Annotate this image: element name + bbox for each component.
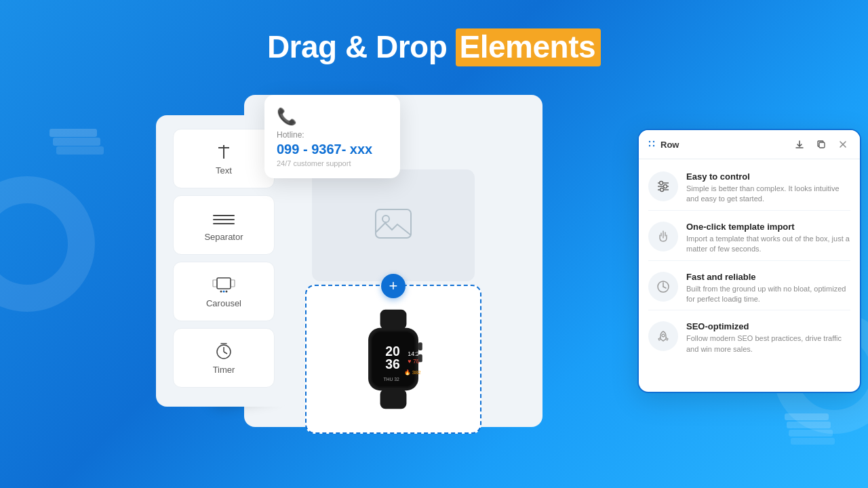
- hotline-number: 099 - 9367- xxx: [277, 142, 388, 157]
- sidebar-item-timer[interactable]: Timer: [173, 328, 275, 388]
- copy-icon: [816, 140, 826, 149]
- timer-icon: [214, 342, 233, 361]
- sidebar-item-carousel[interactable]: Carousel: [173, 262, 275, 321]
- svg-rect-35: [418, 342, 422, 350]
- feature-desc-fast-reliable: Built from the ground up with no bloat, …: [686, 284, 850, 305]
- svg-point-40: [653, 140, 654, 142]
- download-icon: [795, 140, 804, 149]
- main-container: 📞 Hotline: 099 - 9367- xxx 24/7 customer…: [156, 95, 712, 454]
- feature-desc-easy-control: Simple is better than complex. It looks …: [686, 184, 850, 205]
- row-label: Row: [660, 140, 679, 150]
- drag-handle-icon: [647, 139, 656, 148]
- sidebar-label-carousel: Carousel: [206, 298, 241, 308]
- feature-title-one-click: One-click template import: [686, 222, 850, 232]
- feature-item-seo: SEO-optimized Follow modern SEO best pra…: [648, 316, 850, 360]
- svg-rect-36: [418, 354, 422, 363]
- separator-icon: [212, 209, 236, 228]
- feature-item-fast-reliable: Fast and reliable Built from the ground …: [648, 266, 850, 311]
- svg-point-39: [649, 140, 650, 142]
- svg-rect-22: [376, 209, 411, 238]
- sliders-icon-wrap: [648, 171, 678, 201]
- feature-desc-seo: Follow modern SEO best practices, drive …: [686, 333, 850, 354]
- feature-list: Easy to control Simple is better than co…: [639, 159, 860, 367]
- image-placeholder: [312, 169, 475, 281]
- svg-rect-33: [380, 310, 407, 329]
- svg-rect-14: [231, 280, 235, 287]
- svg-text:THU 32: THU 32: [383, 377, 399, 382]
- page-title: Drag & Drop Elements: [0, 28, 868, 66]
- svg-text:🔥 382: 🔥 382: [404, 369, 421, 375]
- sliders-icon: [656, 179, 671, 194]
- feature-text-fast-reliable: Fast and reliable Built from the ground …: [686, 272, 850, 305]
- svg-rect-2: [56, 146, 104, 155]
- product-drop-zone[interactable]: + 20 36 14:25 ♥ 78 🔥 382 THU 32: [305, 285, 481, 434]
- rocket-icon-wrap: [648, 321, 678, 351]
- image-placeholder-icon: [373, 207, 414, 244]
- hotline-label: Hotline:: [277, 130, 388, 140]
- svg-rect-12: [217, 278, 231, 289]
- page-header: Drag & Drop Elements: [0, 0, 868, 66]
- svg-rect-44: [819, 142, 825, 148]
- clock-icon: [656, 279, 671, 294]
- hand-icon-wrap: [648, 222, 678, 251]
- feature-title-fast-reliable: Fast and reliable: [686, 272, 850, 282]
- svg-point-15: [220, 290, 222, 292]
- title-highlight: Elements: [456, 28, 601, 66]
- sidebar-item-separator[interactable]: Separator: [173, 195, 275, 255]
- phone-icon: 📞: [277, 107, 388, 126]
- rocket-icon: [656, 329, 671, 344]
- wave-decoration-left: [0, 176, 95, 312]
- svg-rect-4: [787, 422, 831, 428]
- svg-point-17: [226, 290, 228, 292]
- feature-item-easy-control: Easy to control Simple is better than co…: [648, 166, 850, 211]
- feature-text-easy-control: Easy to control Simple is better than co…: [686, 171, 850, 205]
- close-icon: [839, 140, 847, 148]
- svg-rect-3: [785, 413, 829, 420]
- hotline-support: 24/7 customer support: [277, 159, 388, 167]
- add-product-button[interactable]: +: [381, 274, 406, 298]
- svg-point-23: [382, 216, 389, 222]
- svg-point-46: [660, 182, 663, 185]
- svg-text:♥ 78: ♥ 78: [408, 358, 419, 365]
- feature-text-seo: SEO-optimized Follow modern SEO best pra…: [686, 321, 850, 354]
- close-button[interactable]: [834, 136, 852, 153]
- svg-point-54: [662, 334, 665, 337]
- feature-title-easy-control: Easy to control: [686, 171, 850, 182]
- sidebar-label-text: Text: [216, 165, 232, 176]
- svg-point-41: [649, 144, 650, 146]
- svg-line-53: [663, 287, 666, 288]
- svg-point-16: [223, 290, 225, 292]
- svg-rect-34: [380, 389, 407, 409]
- hand-icon: [656, 229, 671, 244]
- feature-item-one-click: One-click template import Import a templ…: [648, 216, 850, 261]
- text-icon: [214, 142, 233, 161]
- features-panel: Row: [637, 129, 861, 393]
- svg-rect-9: [213, 215, 235, 216]
- carousel-icon: [212, 275, 236, 294]
- svg-rect-1: [53, 138, 100, 146]
- feature-title-seo: SEO-optimized: [686, 321, 850, 331]
- drag-icon[interactable]: [647, 139, 656, 150]
- clock-icon-wrap: [648, 272, 678, 302]
- sidebar-label-separator: Separator: [204, 232, 243, 242]
- svg-rect-11: [213, 223, 235, 224]
- feature-text-one-click: One-click template import Import a templ…: [686, 222, 850, 255]
- download-button[interactable]: [791, 136, 808, 153]
- feature-desc-one-click: Import a template that works out of the …: [686, 234, 850, 255]
- sidebar-label-timer: Timer: [213, 365, 235, 375]
- svg-rect-13: [213, 280, 217, 287]
- svg-rect-5: [789, 430, 833, 436]
- svg-rect-0: [50, 129, 97, 137]
- sidebar-item-text[interactable]: Text: [173, 129, 275, 188]
- svg-line-20: [224, 352, 227, 354]
- svg-point-50: [660, 188, 664, 192]
- stack-icon-right: [781, 403, 835, 451]
- hotline-card: 📞 Hotline: 099 - 9367- xxx 24/7 customer…: [264, 95, 400, 178]
- svg-point-48: [664, 185, 667, 188]
- stack-icon-left: [46, 112, 107, 166]
- svg-rect-6: [791, 438, 835, 445]
- svg-text:36: 36: [385, 357, 400, 371]
- row-toolbar: Row: [639, 130, 860, 159]
- title-text: Drag & Drop: [267, 29, 456, 64]
- copy-button[interactable]: [812, 136, 830, 153]
